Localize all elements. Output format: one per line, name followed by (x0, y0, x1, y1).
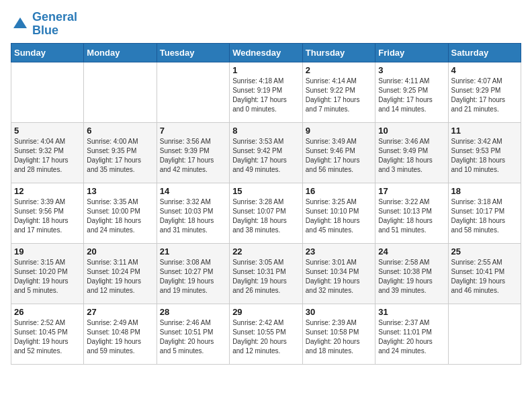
day-number: 8 (232, 126, 300, 136)
calendar-cell: 17Sunrise: 3:22 AM Sunset: 10:13 PM Dayl… (375, 183, 448, 243)
day-number: 22 (232, 246, 300, 257)
calendar-week-row: 26Sunrise: 2:52 AM Sunset: 10:45 PM Dayl… (11, 304, 521, 364)
weekday-saturday: Saturday (448, 43, 521, 62)
day-detail: Sunrise: 3:39 AM Sunset: 9:56 PM Dayligh… (14, 197, 81, 235)
weekday-sunday: Sunday (11, 43, 84, 62)
day-number: 16 (306, 186, 372, 196)
day-detail: Sunrise: 3:56 AM Sunset: 9:39 PM Dayligh… (160, 137, 226, 175)
day-detail: Sunrise: 3:28 AM Sunset: 10:07 PM Daylig… (232, 197, 300, 235)
day-detail: Sunrise: 3:05 AM Sunset: 10:31 PM Daylig… (232, 258, 300, 295)
day-detail: Sunrise: 2:39 AM Sunset: 10:58 PM Daylig… (306, 318, 372, 356)
day-number: 1 (232, 65, 300, 75)
day-number: 25 (451, 246, 518, 257)
calendar-cell: 18Sunrise: 3:18 AM Sunset: 10:17 PM Dayl… (448, 183, 521, 243)
day-detail: Sunrise: 2:46 AM Sunset: 10:51 PM Daylig… (160, 318, 226, 356)
calendar-cell: 27Sunrise: 2:49 AM Sunset: 10:48 PM Dayl… (84, 304, 157, 364)
logo-icon (11, 15, 30, 34)
calendar-cell: 22Sunrise: 3:05 AM Sunset: 10:31 PM Dayl… (230, 243, 303, 304)
weekday-header-row: SundayMondayTuesdayWednesdayThursdayFrid… (11, 43, 521, 62)
calendar-table: SundayMondayTuesdayWednesdayThursdayFrid… (11, 43, 521, 365)
calendar-cell: 4Sunrise: 4:07 AM Sunset: 9:29 PM Daylig… (448, 62, 521, 122)
day-detail: Sunrise: 4:00 AM Sunset: 9:35 PM Dayligh… (87, 137, 153, 175)
calendar-cell: 21Sunrise: 3:08 AM Sunset: 10:27 PM Dayl… (157, 243, 229, 304)
calendar-cell (448, 304, 521, 364)
calendar-cell: 15Sunrise: 3:28 AM Sunset: 10:07 PM Dayl… (230, 183, 303, 243)
day-number: 29 (232, 307, 300, 317)
calendar-week-row: 12Sunrise: 3:39 AM Sunset: 9:56 PM Dayli… (11, 183, 521, 243)
calendar-cell: 24Sunrise: 2:58 AM Sunset: 10:38 PM Dayl… (375, 243, 448, 304)
svg-marker-0 (13, 17, 27, 28)
day-number: 28 (160, 307, 226, 317)
day-number: 24 (378, 246, 445, 257)
weekday-monday: Monday (84, 43, 157, 62)
day-number: 26 (14, 307, 81, 317)
day-number: 7 (160, 126, 226, 136)
day-number: 12 (14, 186, 81, 196)
calendar-cell: 6Sunrise: 4:00 AM Sunset: 9:35 PM Daylig… (84, 122, 157, 183)
day-number: 19 (14, 246, 81, 257)
day-number: 13 (87, 186, 153, 196)
day-detail: Sunrise: 3:15 AM Sunset: 10:20 PM Daylig… (14, 258, 81, 295)
calendar-cell: 30Sunrise: 2:39 AM Sunset: 10:58 PM Dayl… (302, 304, 375, 364)
day-detail: Sunrise: 2:52 AM Sunset: 10:45 PM Daylig… (14, 318, 81, 356)
day-number: 2 (306, 65, 372, 75)
calendar-cell: 20Sunrise: 3:11 AM Sunset: 10:24 PM Dayl… (84, 243, 157, 304)
day-detail: Sunrise: 4:04 AM Sunset: 9:32 PM Dayligh… (14, 137, 81, 175)
day-number: 18 (451, 186, 518, 196)
calendar-cell: 26Sunrise: 2:52 AM Sunset: 10:45 PM Dayl… (11, 304, 84, 364)
calendar-cell: 7Sunrise: 3:56 AM Sunset: 9:39 PM Daylig… (157, 122, 229, 183)
day-detail: Sunrise: 3:32 AM Sunset: 10:03 PM Daylig… (160, 197, 226, 235)
logo: General Blue (11, 11, 77, 38)
day-detail: Sunrise: 3:11 AM Sunset: 10:24 PM Daylig… (87, 258, 153, 295)
calendar-cell: 14Sunrise: 3:32 AM Sunset: 10:03 PM Dayl… (157, 183, 229, 243)
calendar-cell: 5Sunrise: 4:04 AM Sunset: 9:32 PM Daylig… (11, 122, 84, 183)
calendar-cell: 8Sunrise: 3:53 AM Sunset: 9:42 PM Daylig… (230, 122, 303, 183)
day-detail: Sunrise: 4:18 AM Sunset: 9:19 PM Dayligh… (232, 77, 300, 114)
day-number: 5 (14, 126, 81, 136)
day-number: 31 (378, 307, 445, 317)
calendar-cell: 12Sunrise: 3:39 AM Sunset: 9:56 PM Dayli… (11, 183, 84, 243)
day-detail: Sunrise: 2:55 AM Sunset: 10:41 PM Daylig… (451, 258, 518, 295)
calendar-week-row: 5Sunrise: 4:04 AM Sunset: 9:32 PM Daylig… (11, 122, 521, 183)
day-number: 6 (87, 126, 153, 136)
weekday-tuesday: Tuesday (157, 43, 229, 62)
day-detail: Sunrise: 4:07 AM Sunset: 9:29 PM Dayligh… (451, 77, 518, 114)
day-number: 21 (160, 246, 226, 257)
calendar-cell: 16Sunrise: 3:25 AM Sunset: 10:10 PM Dayl… (302, 183, 375, 243)
day-detail: Sunrise: 3:25 AM Sunset: 10:10 PM Daylig… (306, 197, 372, 235)
day-number: 3 (378, 65, 445, 75)
calendar-cell: 11Sunrise: 3:42 AM Sunset: 9:53 PM Dayli… (448, 122, 521, 183)
day-number: 27 (87, 307, 153, 317)
day-number: 4 (451, 65, 518, 75)
calendar-week-row: 19Sunrise: 3:15 AM Sunset: 10:20 PM Dayl… (11, 243, 521, 304)
calendar-cell (84, 62, 157, 122)
day-detail: Sunrise: 2:42 AM Sunset: 10:55 PM Daylig… (232, 318, 300, 356)
day-detail: Sunrise: 3:46 AM Sunset: 9:49 PM Dayligh… (378, 137, 445, 175)
calendar-cell: 13Sunrise: 3:35 AM Sunset: 10:00 PM Dayl… (84, 183, 157, 243)
calendar-cell: 28Sunrise: 2:46 AM Sunset: 10:51 PM Dayl… (157, 304, 229, 364)
calendar-cell: 29Sunrise: 2:42 AM Sunset: 10:55 PM Dayl… (230, 304, 303, 364)
day-detail: Sunrise: 3:42 AM Sunset: 9:53 PM Dayligh… (451, 137, 518, 175)
day-detail: Sunrise: 3:35 AM Sunset: 10:00 PM Daylig… (87, 197, 153, 235)
calendar-cell: 9Sunrise: 3:49 AM Sunset: 9:46 PM Daylig… (302, 122, 375, 183)
day-detail: Sunrise: 4:11 AM Sunset: 9:25 PM Dayligh… (378, 77, 445, 114)
page-header: General Blue (11, 11, 521, 38)
day-detail: Sunrise: 3:53 AM Sunset: 9:42 PM Dayligh… (232, 137, 300, 175)
day-number: 15 (232, 186, 300, 196)
calendar-cell: 2Sunrise: 4:14 AM Sunset: 9:22 PM Daylig… (302, 62, 375, 122)
calendar-cell: 23Sunrise: 3:01 AM Sunset: 10:34 PM Dayl… (302, 243, 375, 304)
day-number: 9 (306, 126, 372, 136)
calendar-cell: 3Sunrise: 4:11 AM Sunset: 9:25 PM Daylig… (375, 62, 448, 122)
calendar-cell: 25Sunrise: 2:55 AM Sunset: 10:41 PM Dayl… (448, 243, 521, 304)
day-detail: Sunrise: 3:08 AM Sunset: 10:27 PM Daylig… (160, 258, 226, 295)
calendar-cell: 19Sunrise: 3:15 AM Sunset: 10:20 PM Dayl… (11, 243, 84, 304)
day-number: 23 (306, 246, 372, 257)
day-detail: Sunrise: 2:49 AM Sunset: 10:48 PM Daylig… (87, 318, 153, 356)
calendar-cell: 31Sunrise: 2:37 AM Sunset: 11:01 PM Dayl… (375, 304, 448, 364)
calendar-cell: 10Sunrise: 3:46 AM Sunset: 9:49 PM Dayli… (375, 122, 448, 183)
day-detail: Sunrise: 2:58 AM Sunset: 10:38 PM Daylig… (378, 258, 445, 295)
day-detail: Sunrise: 3:22 AM Sunset: 10:13 PM Daylig… (378, 197, 445, 235)
calendar-cell: 1Sunrise: 4:18 AM Sunset: 9:19 PM Daylig… (230, 62, 303, 122)
weekday-thursday: Thursday (302, 43, 375, 62)
day-number: 30 (306, 307, 372, 317)
